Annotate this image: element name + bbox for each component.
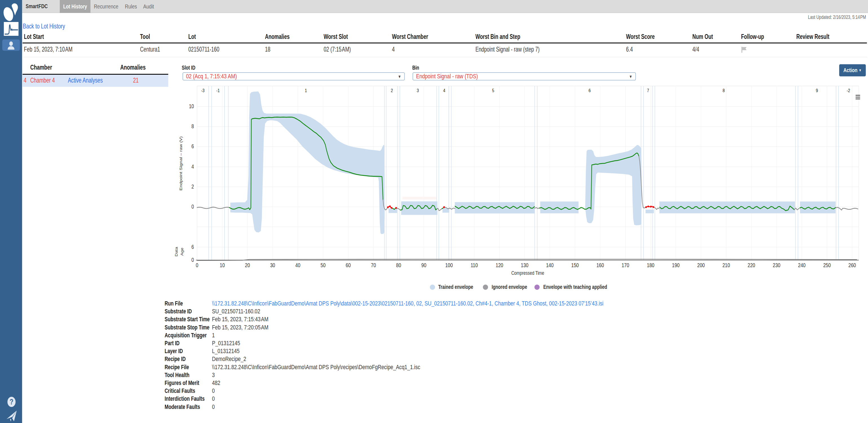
- svg-text:Age: Age: [180, 248, 184, 256]
- svg-text:0: 0: [191, 257, 194, 263]
- svg-text:Compressed Time: Compressed Time: [512, 270, 545, 275]
- svg-text:260: 260: [848, 262, 856, 268]
- svg-text:130: 130: [521, 262, 529, 268]
- svg-text:7: 7: [647, 88, 649, 93]
- svg-text:-3: -3: [201, 88, 205, 93]
- svg-text:10: 10: [189, 103, 194, 109]
- svg-text:200: 200: [697, 262, 705, 268]
- svg-text:1: 1: [305, 88, 307, 93]
- svg-text:110: 110: [470, 262, 478, 268]
- svg-text:-1: -1: [216, 88, 220, 93]
- svg-text:70: 70: [371, 262, 376, 268]
- svg-text:4: 4: [443, 88, 445, 93]
- svg-text:180: 180: [647, 262, 654, 268]
- svg-text:20: 20: [245, 262, 250, 268]
- svg-text:250: 250: [823, 262, 831, 268]
- svg-text:210: 210: [722, 262, 730, 268]
- svg-text:2: 2: [191, 184, 194, 190]
- svg-text:5: 5: [492, 88, 494, 93]
- svg-text:190: 190: [672, 262, 680, 268]
- svg-text:4: 4: [191, 163, 194, 170]
- svg-text:170: 170: [622, 262, 629, 268]
- svg-text:160: 160: [596, 262, 604, 268]
- svg-text:0: 0: [191, 203, 194, 210]
- svg-text:230: 230: [773, 262, 780, 268]
- svg-text:220: 220: [748, 262, 755, 268]
- svg-text:90: 90: [422, 262, 427, 268]
- svg-text:8: 8: [191, 123, 194, 129]
- svg-text:6: 6: [191, 143, 194, 149]
- svg-text:10: 10: [220, 262, 225, 268]
- svg-text:240: 240: [798, 262, 806, 268]
- svg-text:150: 150: [571, 262, 579, 268]
- svg-text:8: 8: [722, 88, 725, 93]
- svg-text:-2: -2: [846, 88, 850, 93]
- svg-text:140: 140: [546, 262, 554, 268]
- svg-text:Data: Data: [174, 247, 178, 256]
- svg-text:3: 3: [417, 88, 419, 93]
- svg-text:50: 50: [320, 262, 326, 268]
- svg-text:60: 60: [346, 262, 351, 268]
- svg-text:Endpoint Signal – raw (V): Endpoint Signal – raw (V): [179, 136, 183, 191]
- svg-text:80: 80: [396, 262, 401, 268]
- svg-text:30: 30: [270, 262, 275, 268]
- svg-text:6: 6: [191, 244, 194, 250]
- svg-text:6: 6: [589, 88, 591, 93]
- svg-text:2: 2: [391, 88, 393, 93]
- svg-text:9: 9: [816, 88, 818, 93]
- svg-text:0: 0: [196, 262, 198, 268]
- svg-text:100: 100: [445, 262, 453, 268]
- svg-text:120: 120: [496, 262, 503, 268]
- svg-text:40: 40: [296, 262, 301, 268]
